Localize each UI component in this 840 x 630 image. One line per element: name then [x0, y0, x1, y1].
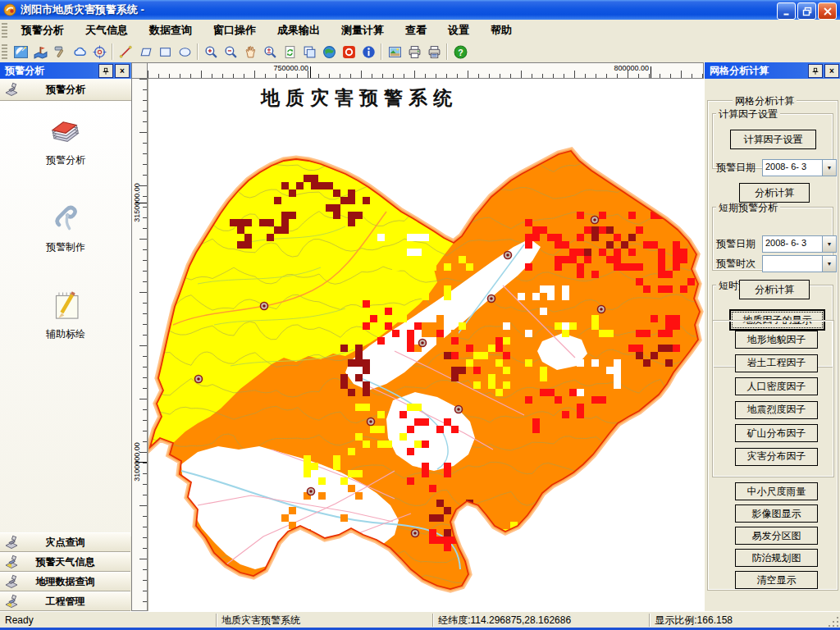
sidebar-item-label: 辅助标绘 — [46, 327, 85, 341]
menu-item[interactable]: 天气信息 — [75, 20, 139, 41]
short-term-analyze-button[interactable]: 分析计算 — [739, 183, 810, 203]
cloud-icon[interactable] — [70, 43, 89, 61]
chevron-down-icon[interactable]: ▼ — [822, 236, 836, 252]
menu-item[interactable]: 数据查询 — [139, 20, 203, 41]
factor-button[interactable]: 矿山分布因子 — [735, 424, 818, 442]
sidebar-item-corkscrew[interactable]: 预警制作 — [0, 199, 131, 275]
menu-item[interactable]: 测量计算 — [331, 20, 395, 41]
pin-icon[interactable] — [98, 64, 113, 78]
ellipse-tool-icon[interactable] — [175, 43, 194, 61]
factor-button[interactable]: 地形地貌因子 — [735, 331, 818, 349]
sidebar-section[interactable]: 预警天气信息 — [0, 552, 130, 572]
menu-item[interactable]: 成果输出 — [267, 20, 331, 41]
layer-button[interactable]: 防治规划图 — [735, 549, 818, 567]
print-preview-icon[interactable] — [424, 43, 444, 61]
help-icon[interactable]: ? — [450, 43, 470, 61]
menu-item[interactable]: 查看 — [395, 20, 437, 41]
status-panel: 经纬度:114.296875,28.162686 — [432, 614, 649, 627]
toolbar-separator — [446, 43, 448, 60]
close-button[interactable] — [818, 2, 837, 20]
right-panel: 网格分析计算 × 网格分析计算 计算因子设置 计算因子设置 短期预警分析 预警日… — [704, 62, 840, 611]
close-icon[interactable]: × — [824, 64, 839, 78]
short-time-date-combo[interactable]: 2008- 6- 3 ▼ — [762, 235, 837, 253]
menu-item[interactable]: 帮助 — [480, 20, 523, 41]
layer-button[interactable]: 清空显示 — [735, 571, 818, 589]
line-tool-icon[interactable] — [116, 43, 135, 61]
menu-item[interactable]: 预警分析 — [11, 20, 75, 41]
forecast-time-combo[interactable]: ▼ — [762, 255, 837, 272]
layer-button[interactable]: 易发分区图 — [735, 527, 818, 545]
factor-button[interactable]: 岩土工程因子 — [735, 354, 818, 372]
globe-icon[interactable] — [319, 43, 339, 61]
sidebar-section[interactable]: 地理数据查询 — [0, 572, 130, 591]
satellite-icon[interactable] — [11, 43, 30, 61]
copy-layers-icon[interactable] — [299, 43, 319, 61]
forecast-date-combo[interactable]: 2008- 6- 3 ▼ — [762, 159, 837, 176]
close-icon[interactable]: × — [115, 64, 130, 78]
print-icon[interactable] — [404, 43, 424, 61]
menu-item[interactable]: 窗口操作 — [203, 20, 267, 41]
left-panel-titlebar: 预警分析 × — [0, 62, 131, 79]
right-panel-title: 网格分析计算 — [710, 64, 769, 78]
rectangle-tool-icon[interactable] — [155, 43, 175, 61]
minimize-button[interactable] — [777, 2, 796, 20]
sidebar-item-notepad-pencil[interactable]: 辅助标绘 — [0, 286, 131, 362]
ruler-label: 3100000.00 — [132, 435, 142, 489]
right-panel-titlebar: 网格分析计算 × — [705, 62, 840, 79]
ruler-corner — [131, 62, 148, 79]
menu-item[interactable]: 设置 — [437, 20, 480, 41]
target-icon[interactable] — [89, 43, 109, 61]
menu-grip[interactable] — [2, 23, 7, 38]
sidebar-section[interactable]: 灾点查询 — [0, 532, 130, 552]
factor-button[interactable]: 人口密度因子 — [735, 377, 818, 395]
left-panel-header[interactable]: 预警分析 — [0, 79, 131, 101]
ruler-label: 750000.00 — [261, 64, 308, 72]
sidebar-section-label: 地理数据查询 — [36, 575, 95, 589]
map-title: 地质灾害预警系统 — [148, 85, 570, 111]
image-icon[interactable] — [385, 43, 404, 61]
pin-icon[interactable] — [808, 64, 823, 78]
zoom-extent-icon[interactable] — [260, 43, 280, 61]
sidebar-section[interactable]: 工程管理 — [0, 591, 130, 611]
zoom-out-icon[interactable] — [221, 43, 240, 61]
calc-factor-settings-button[interactable]: 计算因子设置 — [730, 130, 816, 149]
map-canvas[interactable]: 地质灾害预警系统 — [148, 79, 704, 611]
map-flag-icon[interactable] — [30, 43, 50, 61]
left-panel-sections: 灾点查询预警天气信息地理数据查询工程管理 — [0, 532, 130, 611]
toolbar: ? — [0, 41, 840, 63]
factor-button[interactable]: 地震烈度因子 — [735, 401, 818, 419]
pan-icon[interactable] — [240, 43, 260, 61]
hammer-icon[interactable] — [50, 43, 70, 61]
factor-button[interactable]: 灾害分布因子 — [735, 448, 818, 466]
book-icon — [47, 112, 84, 150]
sidebar-section-label: 工程管理 — [46, 595, 85, 609]
status-panel: 地质灾害预警系统 — [216, 614, 432, 627]
layer-button[interactable]: 影像图显示 — [735, 504, 818, 523]
restore-button[interactable] — [797, 2, 816, 20]
stamp-color-icon — [4, 594, 19, 609]
sidebar-item-book[interactable]: 预警分析 — [0, 112, 131, 188]
stamp-gray-icon — [4, 574, 19, 589]
stop-icon[interactable] — [339, 43, 358, 61]
toolbar-grip[interactable] — [2, 44, 7, 59]
forecast-time-label: 预警时次 — [716, 257, 756, 271]
stamp-gray-icon — [4, 535, 19, 550]
title-bar: 浏阳市地质灾害预警系统 - — [0, 0, 840, 20]
zoom-in-icon[interactable] — [201, 43, 221, 61]
short-time-analyze-button[interactable]: 分析计算 — [739, 280, 810, 299]
window-title: 浏阳市地质灾害预警系统 - — [21, 2, 144, 17]
sidebar-item-label: 预警制作 — [46, 240, 85, 254]
svg-text:?: ? — [458, 47, 463, 57]
resize-grip-icon[interactable] — [829, 617, 839, 628]
chevron-down-icon[interactable]: ▼ — [822, 256, 836, 272]
polygon-tool-icon[interactable] — [135, 43, 155, 61]
chevron-down-icon[interactable]: ▼ — [822, 160, 836, 176]
status-panel: Ready — [0, 614, 216, 627]
group-legend: 网格分析计算 — [733, 94, 797, 108]
left-ruler: 3150000.003100000.00 — [131, 79, 148, 611]
layer-button[interactable]: 中小尺度雨量 — [735, 482, 818, 500]
status-bar: Ready地质灾害预警系统经纬度:114.296875,28.162686显示比… — [0, 611, 840, 628]
info-icon[interactable] — [358, 43, 378, 61]
toolbar-separator — [112, 43, 113, 60]
refresh-icon[interactable] — [280, 43, 299, 61]
